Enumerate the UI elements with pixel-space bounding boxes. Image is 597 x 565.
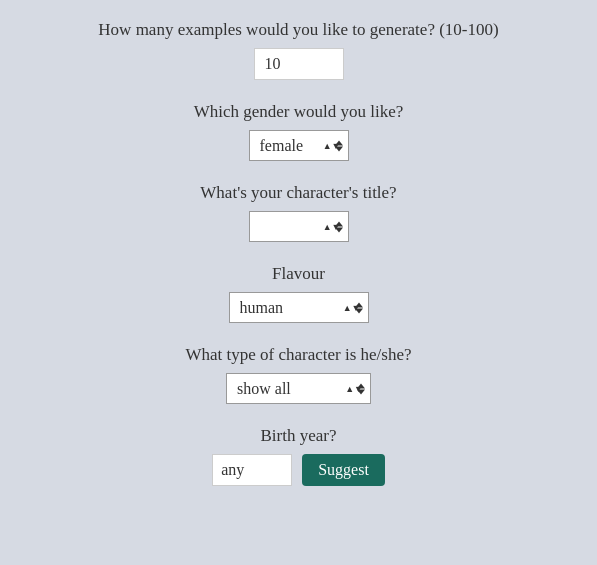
gender-select-wrapper: female male any bbox=[249, 130, 349, 161]
birth-year-input[interactable] bbox=[212, 454, 292, 486]
title-select-wrapper: Mr Mrs Ms Dr Prof bbox=[249, 211, 349, 242]
birth-year-label: Birth year? bbox=[261, 426, 337, 446]
suggest-button[interactable]: Suggest bbox=[302, 454, 385, 486]
birth-year-group: Birth year? Suggest bbox=[30, 426, 567, 486]
flavour-select-wrapper: human elf dwarf orc halfling bbox=[229, 292, 369, 323]
character-type-group: What type of character is he/she? show a… bbox=[30, 345, 567, 404]
form-container: How many examples would you like to gene… bbox=[30, 20, 567, 508]
title-select[interactable]: Mr Mrs Ms Dr Prof bbox=[249, 211, 349, 242]
flavour-label: Flavour bbox=[272, 264, 325, 284]
character-type-label: What type of character is he/she? bbox=[185, 345, 411, 365]
character-type-select[interactable]: show all warrior mage rogue cleric bbox=[226, 373, 371, 404]
gender-group: Which gender would you like? female male… bbox=[30, 102, 567, 161]
flavour-select[interactable]: human elf dwarf orc halfling bbox=[229, 292, 369, 323]
gender-select[interactable]: female male any bbox=[249, 130, 349, 161]
gender-label: Which gender would you like? bbox=[194, 102, 404, 122]
title-label: What's your character's title? bbox=[200, 183, 396, 203]
birth-year-row: Suggest bbox=[212, 454, 385, 486]
examples-group: How many examples would you like to gene… bbox=[30, 20, 567, 80]
character-type-select-wrapper: show all warrior mage rogue cleric bbox=[226, 373, 371, 404]
title-group: What's your character's title? Mr Mrs Ms… bbox=[30, 183, 567, 242]
flavour-group: Flavour human elf dwarf orc halfling bbox=[30, 264, 567, 323]
examples-input[interactable] bbox=[254, 48, 344, 80]
examples-label: How many examples would you like to gene… bbox=[98, 20, 498, 40]
